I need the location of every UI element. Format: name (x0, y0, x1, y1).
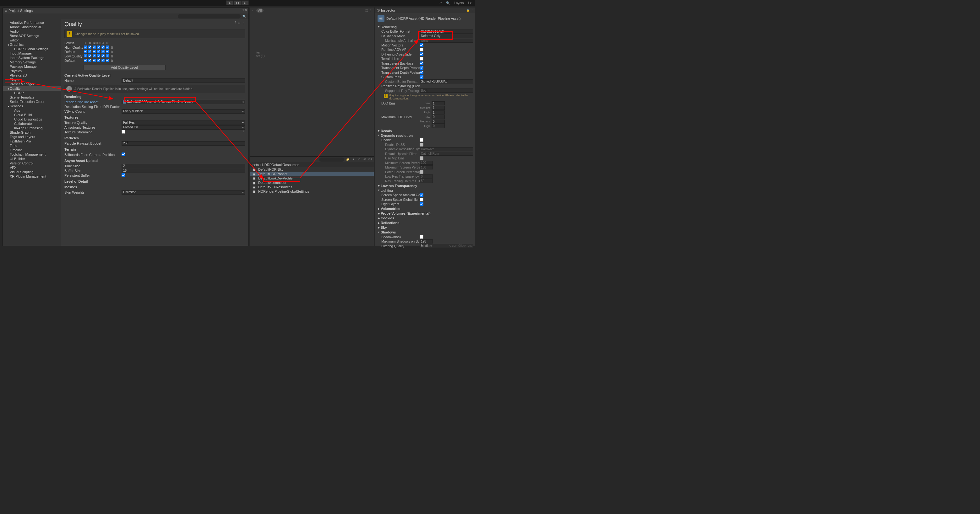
sidebar-item-input-manager[interactable]: Input Manager (3, 51, 61, 56)
sidebar-item-cloud-diagnostics[interactable]: Cloud Diagnostics (3, 117, 61, 121)
sidebar-item-shadergraph[interactable]: ShaderGraph (3, 130, 61, 135)
window-dock-icon[interactable]: ⋮ (239, 8, 241, 12)
max-lod-med-input[interactable]: 0 (431, 119, 445, 124)
inspector-lock-toggle[interactable]: 🔒 ⋮ (466, 9, 474, 12)
breadcrumb[interactable]: sets›HDRPDefaultResources (250, 162, 374, 167)
asset-item-defaulthdrpasset[interactable]: ▣DefaultHDRPAsset (250, 171, 374, 176)
section-rendering-ins[interactable]: Rendering (381, 25, 397, 29)
buffer-size-input[interactable] (122, 168, 245, 173)
object-picker-icon[interactable]: ⊙ (242, 100, 244, 103)
sidebar-item-graphics[interactable]: ▼Graphics (3, 42, 61, 47)
sidebar-item-burst-aot-settings[interactable]: Burst AOT Settings (3, 33, 61, 38)
quality-platform-checkbox[interactable] (106, 54, 109, 57)
sidebar-item-adaptive-performance[interactable]: Adaptive Performance (3, 21, 61, 25)
quality-platform-checkbox[interactable] (97, 50, 100, 53)
quality-platform-checkbox[interactable] (93, 46, 96, 49)
folder-add-icon[interactable]: 📁 (345, 158, 350, 161)
inspector-tab[interactable]: Inspector (381, 8, 395, 12)
sidebar-item-editor[interactable]: Editor (3, 38, 61, 42)
sidebar-item-visual-scripting[interactable]: Visual Scripting (3, 170, 61, 174)
window-maximize-icon[interactable]: □ (242, 8, 244, 12)
sidebar-item-physics-2d[interactable]: Physics 2D (3, 73, 61, 78)
time-slice-input[interactable] (122, 164, 245, 168)
sidebar-item-textmesh-pro[interactable]: TextMesh Pro (3, 139, 61, 143)
section-sky[interactable]: Sky (381, 225, 387, 229)
quality-platform-checkbox[interactable] (88, 59, 91, 62)
layout-dropdown[interactable]: L▾ (466, 1, 473, 5)
section-lrt[interactable]: Low res Transparency (381, 184, 417, 188)
sidebar-item-input-system-package[interactable]: Input System Package (3, 56, 61, 60)
quality-platform-checkbox[interactable] (93, 54, 96, 57)
menu-icon[interactable]: ⋮ (242, 21, 245, 24)
section-probevol[interactable]: Probe Volumes (Experimental) (381, 211, 431, 215)
quality-delete-icon[interactable]: 🗑 (110, 59, 114, 62)
transparent-backface-checkbox[interactable] (420, 62, 423, 65)
asset-item-hdrenderpipelineglobalsettings[interactable]: ▣HDRenderPipelineGlobalSettings (250, 189, 374, 194)
motion-vectors-checkbox[interactable] (420, 43, 423, 47)
quality-platform-checkbox[interactable] (106, 59, 109, 62)
skin-weights-dropdown[interactable]: Unlimited▾ (122, 190, 245, 195)
section-reflections[interactable]: Reflections (381, 221, 399, 225)
sidebar-item-quality[interactable]: ▼Quality (3, 86, 61, 91)
transparent-prepass-checkbox[interactable] (420, 66, 423, 70)
section-decals[interactable]: Decals (381, 129, 392, 133)
section-volumetrics[interactable]: Volumetrics (381, 207, 400, 211)
shadowmask-checkbox[interactable] (420, 235, 423, 239)
quality-platform-checkbox[interactable] (93, 50, 96, 53)
quality-platform-checkbox[interactable] (102, 50, 105, 53)
window-close-icon[interactable]: ✕ (245, 8, 247, 12)
light-layers-checkbox[interactable] (420, 202, 423, 206)
sidebar-item-time[interactable]: Time (3, 143, 61, 148)
max-lod-high-input[interactable]: 0 (431, 124, 445, 128)
texture-quality-dropdown[interactable]: Full Res▾ (122, 121, 245, 125)
sidebar-item-preset-manager[interactable]: Preset Manager (3, 82, 61, 86)
sidebar-item-timeline[interactable]: Timeline (3, 148, 61, 152)
settings-search-input[interactable] (178, 14, 240, 19)
persistent-buffer-checkbox[interactable] (122, 173, 125, 177)
asset-item-defaultlookdevprofile[interactable]: ▣DefaultLookDevProfile (250, 176, 374, 181)
preset-icon[interactable]: ⊞ (238, 21, 240, 24)
section-shadows[interactable]: Shadows (381, 230, 396, 234)
sidebar-item-xr-plugin-management[interactable]: XR Plugin Management (3, 174, 61, 179)
render-pipeline-asset-field[interactable]: DefaultHDRPAsset (HD Render Pipeline Ass… (122, 100, 245, 104)
quality-name-input[interactable] (122, 78, 245, 83)
billboard-face-checkbox[interactable] (122, 152, 125, 156)
asset-item-defaulthdrisky[interactable]: ▣DefaultHDRISky (250, 167, 374, 171)
transparent-postpass-checkbox[interactable] (420, 71, 423, 75)
custom-buffer-format-dropdown[interactable]: Signed R8G8B8A8 (420, 79, 473, 84)
step-button[interactable]: ▶| (241, 0, 249, 5)
quality-platform-checkbox[interactable] (106, 50, 109, 53)
custom-pass-checkbox[interactable] (420, 75, 423, 79)
tex-streaming-checkbox[interactable] (122, 130, 125, 134)
maximize-icon[interactable]: ⬚ ⋮ (365, 9, 372, 12)
vsync-dropdown[interactable]: Every V Blank▾ (122, 109, 245, 114)
quality-platform-checkbox[interactable] (102, 54, 105, 57)
aniso-dropdown[interactable]: Forced On▾ (122, 125, 245, 130)
sidebar-item-script-execution-order[interactable]: Script Execution Order (3, 100, 61, 104)
quality-platform-checkbox[interactable] (97, 54, 100, 57)
help-icon[interactable]: ? (234, 21, 236, 24)
quality-level-name[interactable]: Default (64, 50, 83, 54)
quality-platform-checkbox[interactable] (93, 59, 96, 62)
asset-item-defaultsceneroot[interactable]: ▣DefaultSceneRoot (250, 181, 374, 185)
quality-platform-checkbox[interactable] (84, 46, 87, 49)
lod-bias-med-input[interactable]: 1 (431, 106, 445, 110)
sidebar-item-audio[interactable]: Audio (3, 29, 61, 33)
render-pipeline-asset-label[interactable]: Render Pipeline Asset (64, 100, 122, 104)
quality-platform-checkbox[interactable] (97, 59, 100, 62)
quality-delete-icon[interactable]: 🗑 (110, 50, 114, 53)
section-cookies[interactable]: Cookies (381, 216, 394, 220)
max-lod-low-input[interactable]: 0 (431, 115, 445, 119)
quality-level-name[interactable]: Default (64, 59, 83, 62)
all-filter-button[interactable]: All (256, 8, 264, 13)
sidebar-item-ui-builder[interactable]: UI Builder (3, 157, 61, 161)
sidebar-item-services[interactable]: ▼Services (3, 104, 61, 108)
quality-platform-checkbox[interactable] (102, 46, 105, 49)
terrain-hole-checkbox[interactable] (420, 57, 423, 60)
quality-level-name[interactable]: Low Quality (64, 54, 83, 58)
pause-button[interactable]: ❚❚ (234, 0, 241, 5)
lit-shader-mode-dropdown[interactable]: Deferred Only (420, 34, 473, 38)
sidebar-item-adobe-substance-3d[interactable]: Adobe Substance 3D (3, 25, 61, 29)
sidebar-item-physics[interactable]: Physics (3, 69, 61, 73)
quality-platform-checkbox[interactable] (88, 54, 91, 57)
